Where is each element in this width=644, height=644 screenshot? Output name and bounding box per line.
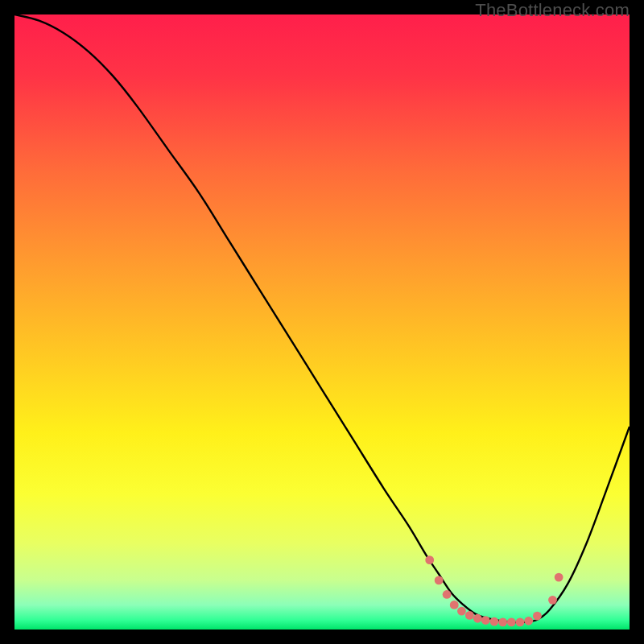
highlight-point <box>435 576 444 584</box>
highlight-point <box>473 614 482 623</box>
chart-svg <box>14 14 630 630</box>
highlight-point <box>548 596 557 605</box>
highlight-point <box>425 555 434 564</box>
plot-area <box>14 14 630 630</box>
highlight-point <box>457 607 466 616</box>
highlight-point <box>507 617 516 626</box>
highlight-point <box>450 601 459 609</box>
highlight-point <box>481 616 490 625</box>
highlight-point <box>516 617 525 626</box>
highlight-point <box>524 617 533 625</box>
highlight-point <box>533 612 542 621</box>
chart-container: TheBottleneck.com <box>0 0 644 644</box>
highlight-point <box>555 573 564 582</box>
watermark-text: TheBottleneck.com <box>475 0 630 21</box>
bottleneck-curve <box>14 14 630 622</box>
highlight-point <box>465 611 474 620</box>
highlight-point <box>498 617 507 626</box>
highlight-point <box>490 617 499 626</box>
highlight-point <box>443 590 452 599</box>
